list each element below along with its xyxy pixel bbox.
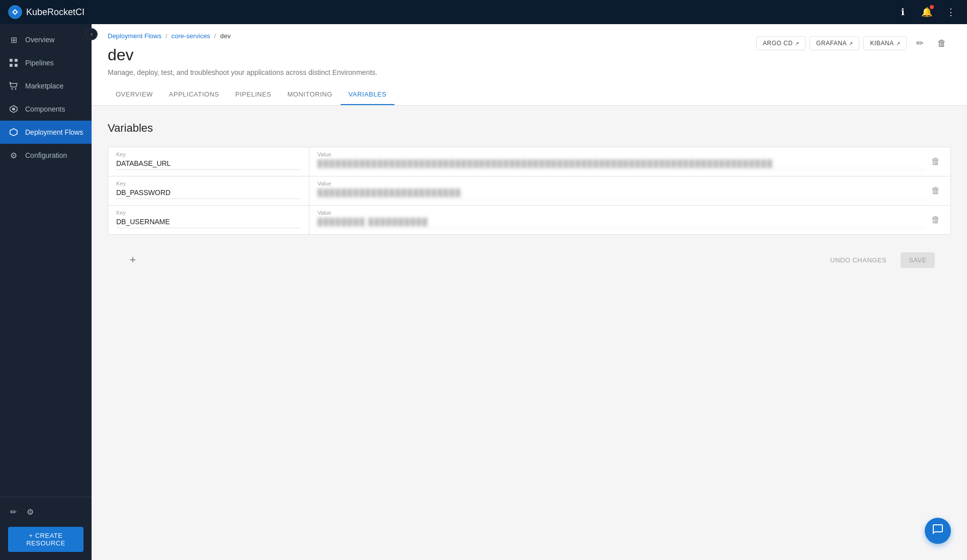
sidebar-item-label: Overview <box>25 36 54 44</box>
info-icon: ℹ <box>901 7 905 18</box>
main-layout: ‹ ⊞ Overview Pipelines <box>0 24 967 560</box>
svg-rect-2 <box>10 64 13 67</box>
kibana-label: KIBANA <box>870 40 894 47</box>
variable-value-cell-3: Value ████████ ██████████ 🗑 <box>309 206 950 234</box>
argo-cd-button[interactable]: ARGO CD ↗ <box>756 36 805 50</box>
app-name: KubeRocketCI <box>26 7 85 18</box>
tab-pipelines[interactable]: PIPELINES <box>227 84 280 105</box>
key-value-3: DB_USERNAME <box>116 218 301 228</box>
edit-page-button[interactable]: ✏ <box>911 34 929 52</box>
collapse-icon: ‹ <box>91 31 93 38</box>
delete-page-button[interactable]: 🗑 <box>933 34 951 52</box>
add-icon: + <box>130 253 136 266</box>
page-header: Deployment Flows / core-services / dev d… <box>92 24 967 106</box>
logo-icon <box>8 5 22 19</box>
sidebar-item-label: Components <box>25 105 65 113</box>
grafana-button[interactable]: GRAFANA ↗ <box>810 36 859 50</box>
sidebar-item-components[interactable]: Components <box>0 98 92 121</box>
content-area: Deployment Flows / core-services / dev d… <box>92 24 967 560</box>
deployment-flows-icon <box>8 127 19 138</box>
header-actions: ℹ 🔔 ⋮ <box>895 4 959 20</box>
delete-variable-2-button[interactable]: 🗑 <box>929 183 942 198</box>
value-label-1: Value <box>317 151 925 157</box>
sidebar-item-deployment-flows[interactable]: Deployment Flows <box>0 121 92 144</box>
sidebar-settings-button[interactable]: ⚙ <box>25 505 36 519</box>
sidebar-item-label: Deployment Flows <box>25 128 83 136</box>
svg-rect-4 <box>15 64 18 67</box>
save-button[interactable]: SAVE <box>901 252 935 268</box>
tab-monitoring[interactable]: MONITORING <box>279 84 340 105</box>
configuration-icon: ⚙ <box>8 150 19 161</box>
value-wrapper-2: Value ████████████████████████ <box>317 180 925 199</box>
sidebar: ‹ ⊞ Overview Pipelines <box>0 24 92 560</box>
tab-variables[interactable]: VARIABLES <box>341 84 395 105</box>
sidebar-item-pipelines[interactable]: Pipelines <box>0 51 92 74</box>
sidebar-bottom: ✏ ⚙ <box>0 497 92 527</box>
page-title-section: Deployment Flows / core-services / dev d… <box>108 32 377 84</box>
breadcrumb-deployment-flows[interactable]: Deployment Flows <box>108 32 162 40</box>
undo-changes-button[interactable]: UNDO CHANGES <box>824 252 893 268</box>
bottom-actions: + UNDO CHANGES SAVE <box>108 243 951 277</box>
svg-rect-1 <box>10 59 13 62</box>
value-wrapper-1: Value ██████████████████████████████████… <box>317 151 925 170</box>
value-label-3: Value <box>317 210 925 216</box>
edit-page-icon: ✏ <box>916 38 924 49</box>
chat-icon <box>932 523 944 538</box>
breadcrumb-sep-1: / <box>166 32 168 40</box>
delete-variable-1-icon: 🗑 <box>931 156 940 167</box>
chat-fab-button[interactable] <box>925 518 951 544</box>
key-value-2: DB_PASSWORD <box>116 189 301 199</box>
variable-value-cell-1: Value ██████████████████████████████████… <box>309 147 950 176</box>
key-value-1: DATABASE_URL <box>116 159 301 170</box>
key-label-1: Key <box>116 151 301 157</box>
delete-variable-2-icon: 🗑 <box>931 185 940 196</box>
argo-cd-external-icon: ↗ <box>795 41 799 46</box>
info-button[interactable]: ℹ <box>895 4 911 20</box>
breadcrumb: Deployment Flows / core-services / dev <box>108 32 377 40</box>
variable-key-cell-3: Key DB_USERNAME <box>108 206 309 234</box>
sidebar-nav: ⊞ Overview Pipelines <box>0 24 92 497</box>
sidebar-edit-button[interactable]: ✏ <box>8 505 19 519</box>
components-icon <box>8 104 19 115</box>
main-content: Variables Key DATABASE_URL Value ███████… <box>92 106 967 560</box>
variable-key-cell-1: Key DATABASE_URL <box>108 147 309 176</box>
variable-key-cell-2: Key DB_PASSWORD <box>108 176 309 205</box>
tab-applications[interactable]: APPLICATIONS <box>161 84 227 105</box>
pipelines-icon <box>8 57 19 68</box>
more-menu-button[interactable]: ⋮ <box>943 4 959 20</box>
sidebar-collapse-button[interactable]: ‹ <box>86 28 98 40</box>
value-blurred-1: ████████████████████████████████████████… <box>317 159 925 170</box>
value-blurred-2: ████████████████████████ <box>317 189 925 199</box>
marketplace-icon <box>8 80 19 91</box>
tab-overview[interactable]: OVERVIEW <box>108 84 161 105</box>
delete-page-icon: 🗑 <box>937 38 946 49</box>
breadcrumb-core-services[interactable]: core-services <box>172 32 210 40</box>
value-wrapper-3: Value ████████ ██████████ <box>317 210 925 228</box>
value-label-2: Value <box>317 180 925 186</box>
delete-variable-1-button[interactable]: 🗑 <box>929 154 942 169</box>
page-header-actions: ARGO CD ↗ GRAFANA ↗ KIBANA ↗ ✏ <box>756 34 951 52</box>
notifications-button[interactable]: 🔔 <box>919 4 935 20</box>
edit-icon: ✏ <box>10 507 17 517</box>
settings-icon: ⚙ <box>27 507 34 517</box>
grafana-external-icon: ↗ <box>849 41 853 46</box>
delete-variable-3-button[interactable]: 🗑 <box>929 213 942 227</box>
create-resource-button[interactable]: + CREATE RESOURCE <box>8 527 84 552</box>
sidebar-item-label: Configuration <box>25 151 67 159</box>
breadcrumb-sep-2: / <box>214 32 216 40</box>
grafana-label: GRAFANA <box>816 40 847 47</box>
key-label-2: Key <box>116 180 301 186</box>
sidebar-item-overview[interactable]: ⊞ Overview <box>0 28 92 51</box>
kibana-button[interactable]: KIBANA ↗ <box>863 36 907 50</box>
add-variable-button[interactable]: + <box>124 251 142 269</box>
variables-container: Key DATABASE_URL Value █████████████████… <box>108 147 951 235</box>
overview-icon: ⊞ <box>8 34 19 45</box>
key-label-3: Key <box>116 210 301 216</box>
variable-row: Key DB_USERNAME Value ████████ █████████… <box>108 206 950 234</box>
svg-point-5 <box>12 88 13 90</box>
variable-row: Key DB_PASSWORD Value ██████████████████… <box>108 176 950 206</box>
page-title: dev <box>108 46 377 64</box>
breadcrumb-current: dev <box>220 32 230 40</box>
sidebar-item-marketplace[interactable]: Marketplace <box>0 74 92 98</box>
sidebar-item-configuration[interactable]: ⚙ Configuration <box>0 144 92 167</box>
